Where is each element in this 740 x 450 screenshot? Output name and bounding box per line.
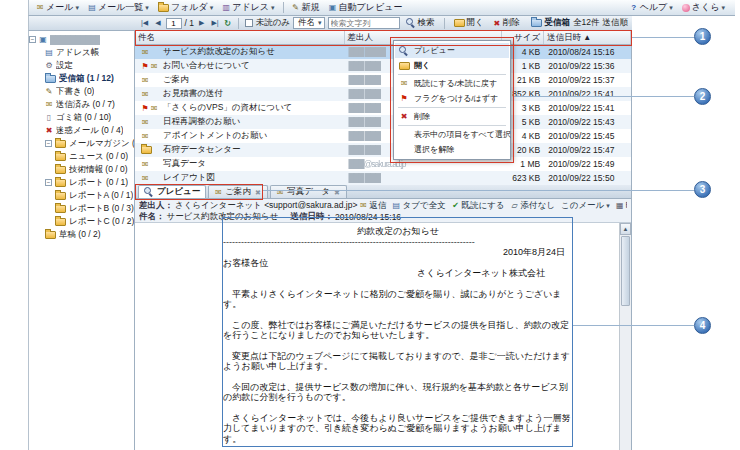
body-company: さくらインターネット株式会社 bbox=[223, 268, 573, 279]
tree-toggle-icon[interactable]: − bbox=[29, 36, 36, 43]
toolbar-button-フォルダ[interactable]: フォルダ▾ bbox=[154, 0, 217, 15]
tab-ご案内[interactable]: ✉ご案内✖ bbox=[208, 185, 268, 198]
delete-button[interactable]: ✖ 削除 bbox=[490, 17, 523, 29]
scroll-up-icon[interactable]: ▲ bbox=[620, 223, 631, 235]
mail-list-row[interactable]: 石狩データセンター███ ███20 KB2010/09/22 15:47 bbox=[135, 143, 631, 157]
toolbar-button-アドレス[interactable]: ▥アドレス▾ bbox=[218, 0, 278, 15]
body-date: 2010年8月24日 bbox=[223, 247, 573, 258]
check-icon: ✔ bbox=[451, 201, 459, 210]
mail-list-row[interactable]: ✉アポイントメントのお願い███ ███4 KB2010/09/22 15:45 bbox=[135, 129, 631, 143]
open-button[interactable]: 開く bbox=[451, 17, 487, 29]
mail-list-row[interactable]: ✉ご案内███ ███21 KB2010/09/22 15:37 bbox=[135, 73, 631, 87]
mail-list-row[interactable]: ✉日程再調整のお願い███ ███5 KB2010/09/22 15:43 bbox=[135, 115, 631, 129]
mail-date: 2010/09/22 15:50 bbox=[544, 173, 631, 183]
action-既読にする[interactable]: ✔既読にする bbox=[451, 200, 504, 211]
scrollbar-thumb[interactable] bbox=[621, 236, 630, 306]
sidebar-item-レポートA (0 / 1)[interactable]: レポートA (0 / 1) bbox=[29, 189, 134, 202]
last-page-button[interactable]: ▶| bbox=[209, 19, 220, 27]
toolbar-button-label: アドレス bbox=[232, 1, 269, 14]
tree-toggle-icon[interactable]: − bbox=[45, 140, 52, 147]
close-icon[interactable]: ✖ bbox=[333, 188, 341, 197]
mail-list-row[interactable]: ✉サービス約款改定のお知らせ███ ████4 KB2010/08/24 15:… bbox=[135, 45, 631, 59]
action-タブで全文[interactable]: ▤タブで全文 bbox=[392, 200, 445, 211]
sidebar-item-技術情報 (0 / 0)[interactable]: 技術情報 (0 / 0) bbox=[29, 163, 134, 176]
context-menu-item-表示中の項目をすべて選択[interactable]: 表示中の項目をすべて選択 bbox=[395, 127, 509, 142]
toolbar-button-新規[interactable]: ✎新規 bbox=[288, 0, 324, 15]
action-このメール[interactable]: このメール▾ bbox=[561, 200, 610, 211]
action-返信[interactable]: ✉返信 bbox=[359, 200, 386, 211]
account-node[interactable]: − ▣ ██████████ bbox=[29, 33, 134, 46]
menu-separator bbox=[398, 107, 506, 108]
context-menu-item-選択を解除[interactable]: 選択を解除 bbox=[395, 142, 509, 157]
context-menu-label: フラグをつける/はずす bbox=[414, 93, 498, 104]
tree-toggle-icon[interactable]: − bbox=[45, 179, 52, 186]
toolbar-button-自動プレビュー[interactable]: ▣自動プレビュー bbox=[325, 0, 407, 15]
prev-page-button[interactable]: ◀ bbox=[153, 19, 162, 27]
mail-list-row[interactable]: ⚑✉お問い合わせについて███ ███1 KB2010/09/22 15:36 bbox=[135, 59, 631, 73]
action-添付なし[interactable]: ▱添付なし bbox=[511, 200, 555, 211]
page-input[interactable] bbox=[166, 18, 182, 29]
mail-subject: 日程再調整のお願い bbox=[163, 116, 240, 128]
context-menu-label: 開く bbox=[414, 60, 430, 71]
toolbar-button-label: メール bbox=[46, 1, 73, 14]
unread-only-checkbox[interactable] bbox=[245, 19, 253, 27]
context-menu-item-開く[interactable]: 開く bbox=[395, 58, 509, 73]
sidebar-item-ニュース (0 / 0)[interactable]: ニュース (0 / 0) bbox=[29, 150, 134, 163]
search-input[interactable] bbox=[328, 17, 400, 29]
preview-tabs: プレビュー✉ご案内✖✉写真データ✖ bbox=[135, 185, 631, 199]
sidebar-item-ゴミ箱 (0 / 10)[interactable]: ▯ゴミ箱 (0 / 10) bbox=[29, 111, 134, 124]
first-page-button[interactable]: |◀ bbox=[139, 19, 150, 27]
mail-list-row[interactable]: ⚑✉「さくらのVPS」の資材について███ ███3 KB2010/09/22 … bbox=[135, 101, 631, 115]
sidebar-item-設定[interactable]: ⚙設定 bbox=[29, 59, 134, 72]
context-menu-item-削除[interactable]: ✖削除 bbox=[395, 109, 509, 124]
action-label: このメール bbox=[561, 200, 604, 211]
print-icon: ▦ bbox=[616, 201, 624, 210]
tab-写真データ[interactable]: ✉写真データ✖ bbox=[270, 185, 347, 198]
mail-subject: サービス約款改定のお知らせ bbox=[163, 46, 275, 58]
tab-プレビュー[interactable]: プレビュー bbox=[138, 185, 206, 198]
sidebar-item-下書き (0)[interactable]: ✎下書き (0) bbox=[29, 85, 134, 98]
toolbar-button-メール[interactable]: ✉メール▾ bbox=[32, 0, 83, 15]
body-paragraph: 今回の改定は、提供サービス数の増加に伴い、現行規約を基本約款と各サービス別の約款… bbox=[223, 382, 573, 403]
chevron-down-icon: ▾ bbox=[669, 4, 673, 12]
search-scope-select[interactable]: 件名 ▾ bbox=[293, 17, 325, 29]
toolbar-button-さくら[interactable]: さくら▾ bbox=[678, 0, 729, 15]
list-icon: ▤ bbox=[392, 201, 400, 210]
sort-label[interactable]: 送信順 bbox=[603, 17, 629, 29]
sidebar-item-レポートC (0 / 2)[interactable]: レポートC (0 / 2) bbox=[29, 215, 134, 228]
refresh-icon[interactable]: ↻ bbox=[224, 19, 232, 28]
main-toolbar-left: ✉メール▾▤メール一覧▾フォルダ▾▥アドレス▾✎新規▣自動プレビュー bbox=[32, 0, 406, 15]
column-header-送信日時[interactable]: 送信日時▲ bbox=[544, 31, 631, 44]
close-icon[interactable]: ✖ bbox=[254, 188, 262, 197]
context-menu-item-フラグをつける/はずす[interactable]: ⚑フラグをつける/はずす bbox=[395, 91, 509, 106]
mail-list-row[interactable]: ✉レイアウト図███ ███623 KB2010/09/22 15:50 bbox=[135, 171, 631, 185]
folder-icon bbox=[55, 166, 66, 174]
menu-separator bbox=[398, 125, 506, 126]
sidebar-item-メールマガジン (0 / 2)[interactable]: −メールマガジン (0 / 2) bbox=[29, 137, 134, 150]
chevron-down-icon: ▾ bbox=[318, 19, 322, 27]
sidebar-item-草稿 (0 / 2)[interactable]: 草稿 (0 / 2) bbox=[29, 228, 134, 241]
toolbar-button-ヘルプ[interactable]: ?ヘルプ▾ bbox=[626, 0, 677, 15]
sidebar-item-迷惑メール (0 / 4)[interactable]: ✖迷惑メール (0 / 4) bbox=[29, 124, 134, 137]
toolbar-separator bbox=[238, 18, 239, 29]
toolbar-separator bbox=[283, 2, 284, 13]
next-page-button[interactable]: ▶ bbox=[197, 19, 206, 27]
sidebar-item-アドレス帳[interactable]: ▤アドレス帳 bbox=[29, 46, 134, 59]
sidebar-item-受信箱 (1 / 12)[interactable]: 受信箱 (1 / 12) bbox=[29, 72, 134, 85]
action-印刷[interactable]: ▦印刷 bbox=[616, 200, 627, 211]
mail-list-row[interactable]: ✉写真データ███@sakura.ad.jp1 MB2010/09/22 15:… bbox=[135, 157, 631, 171]
body-paragraph: 平素よりさくらインターネットに格別のご愛顧を賜り、誠にありがとうございます。 bbox=[223, 289, 573, 310]
context-menu-item-プレビュー[interactable]: プレビュー bbox=[395, 43, 509, 58]
toolbar-button-メール一覧[interactable]: ▤メール一覧▾ bbox=[84, 0, 153, 15]
sidebar-item-label: レポート (0 / 1) bbox=[69, 177, 128, 189]
mail-list-row[interactable]: ✉お見積書の送付███ ███852 KB2010/09/22 15:41 bbox=[135, 87, 631, 101]
sidebar-item-レポート (0 / 1)[interactable]: −レポート (0 / 1) bbox=[29, 176, 134, 189]
search-button[interactable]: 検索 bbox=[403, 17, 438, 29]
message-scrollbar[interactable]: ▲ bbox=[619, 223, 631, 450]
column-header-件名[interactable]: 件名 bbox=[135, 31, 345, 44]
sidebar-item-送信済み (0 / 7)[interactable]: ✉送信済み (0 / 7) bbox=[29, 98, 134, 111]
toolbar-button-label: ヘルプ bbox=[640, 1, 668, 14]
gear-icon: ⚙ bbox=[45, 61, 53, 70]
sidebar-item-レポートB (0 / 3)[interactable]: レポートB (0 / 3) bbox=[29, 202, 134, 215]
context-menu-item-既読にする/未読に戻す[interactable]: ✉既読にする/未読に戻す bbox=[395, 76, 509, 91]
